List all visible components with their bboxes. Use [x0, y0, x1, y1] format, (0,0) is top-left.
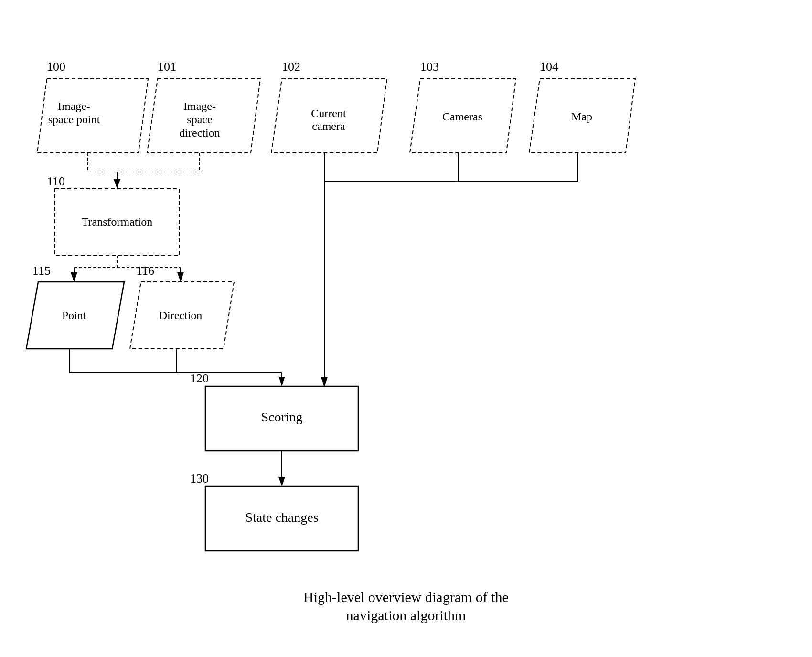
- node-101-label: Image-: [183, 100, 216, 112]
- node-101-label3: direction: [179, 127, 220, 139]
- node-103-label: Cameras: [442, 110, 482, 123]
- node-102-label: Current: [311, 107, 346, 119]
- label-120: 120: [190, 371, 209, 385]
- caption-line2: navigation algorithm: [346, 607, 466, 623]
- label-130: 130: [190, 472, 209, 485]
- label-103: 103: [420, 60, 439, 74]
- label-115: 115: [32, 264, 51, 278]
- label-110: 110: [47, 174, 65, 188]
- node-120-label: Scoring: [261, 409, 302, 424]
- label-100: 100: [47, 60, 65, 74]
- label-104: 104: [540, 60, 558, 74]
- label-102: 102: [282, 60, 300, 74]
- diagram-container: 100 Image- space point 101 Image- space …: [0, 0, 812, 657]
- label-116: 116: [136, 264, 154, 278]
- caption-line1: High-level overview diagram of the: [303, 589, 509, 605]
- node-101-label2: space: [187, 113, 212, 126]
- node-100-label2: space point: [48, 113, 100, 126]
- node-110-label: Transformation: [82, 215, 152, 228]
- node-102-label2: camera: [312, 120, 345, 132]
- label-101: 101: [158, 60, 176, 74]
- node-115-label: Point: [62, 309, 86, 322]
- node-104-label: Map: [571, 110, 592, 123]
- node-116-label: Direction: [159, 309, 203, 322]
- node-100-label: Image-: [58, 100, 90, 112]
- node-130-label: State changes: [245, 510, 318, 525]
